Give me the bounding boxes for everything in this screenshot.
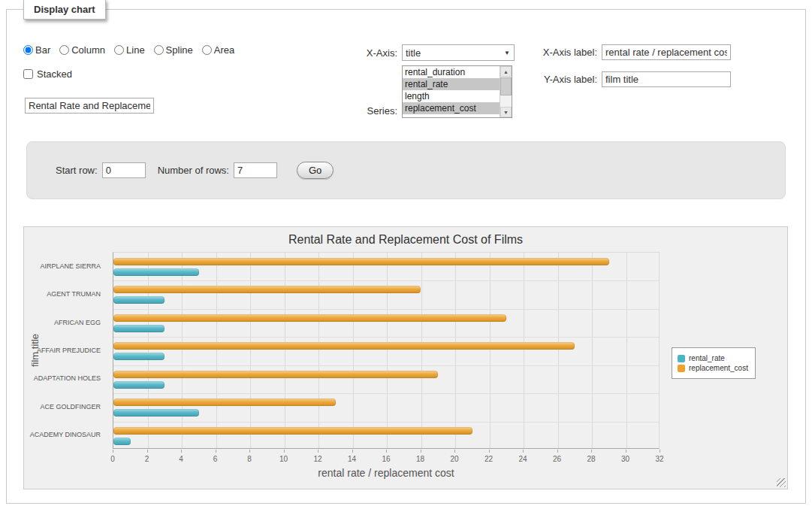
bar-replacement_cost[interactable] bbox=[113, 398, 336, 406]
x-tick-mark bbox=[626, 450, 626, 453]
x-axis-select-row: X-Axis: title ▼ bbox=[360, 44, 515, 61]
legend-label: replacement_cost bbox=[689, 364, 748, 372]
y-gridline bbox=[113, 422, 659, 423]
x-tick-mark bbox=[181, 450, 182, 453]
chart-type-radio-line[interactable] bbox=[114, 45, 124, 55]
chart-type-radio-bar[interactable] bbox=[23, 45, 33, 55]
x-tick-mark bbox=[113, 450, 113, 453]
scroll-down-icon[interactable]: ▼ bbox=[500, 107, 512, 117]
chart-type-option-area[interactable]: Area bbox=[202, 44, 234, 56]
go-button[interactable]: Go bbox=[297, 162, 334, 179]
x-tick-mark bbox=[386, 450, 387, 453]
x-gridline bbox=[387, 253, 388, 448]
bar-replacement_cost[interactable] bbox=[113, 342, 575, 350]
bar-rental_rate[interactable] bbox=[113, 268, 199, 276]
x-tick-label: 28 bbox=[587, 455, 595, 463]
bar-replacement_cost[interactable] bbox=[113, 258, 609, 265]
plot-area bbox=[113, 252, 660, 449]
category-label: AFFAIR PREJUDICE bbox=[37, 347, 101, 354]
y-axis-label-input[interactable] bbox=[602, 71, 731, 87]
category-label: AFRICAN EGG bbox=[54, 319, 101, 326]
x-tick-mark bbox=[489, 450, 490, 453]
bar-rental_rate[interactable] bbox=[113, 409, 199, 417]
x-axis-select[interactable]: title bbox=[402, 44, 515, 61]
x-gridline bbox=[455, 253, 456, 448]
series-scrollbar[interactable]: ▲ ▼ bbox=[500, 66, 512, 117]
bar-rental_rate[interactable] bbox=[113, 353, 165, 360]
chart-title-input[interactable] bbox=[25, 98, 154, 114]
num-rows-input[interactable] bbox=[234, 162, 277, 178]
chart-legend: rental_ratereplacement_cost bbox=[672, 347, 756, 379]
series-option-rental_duration[interactable]: rental_duration bbox=[403, 66, 500, 78]
row-range-panel: Start row: Number of rows: Go bbox=[26, 141, 786, 199]
legend-item-replacement_cost[interactable]: replacement_cost bbox=[678, 364, 748, 372]
x-tick-label: 22 bbox=[484, 455, 493, 463]
x-gridline bbox=[216, 253, 217, 448]
y-axis-label-row: Y-Axis label: bbox=[534, 71, 731, 87]
bar-rental_rate[interactable] bbox=[113, 325, 165, 332]
chart-type-option-spline[interactable]: Spline bbox=[154, 44, 193, 56]
x-gridline bbox=[558, 253, 559, 448]
start-row-input[interactable] bbox=[102, 162, 146, 178]
bar-replacement_cost[interactable] bbox=[113, 427, 472, 435]
legend-swatch-replacement_cost bbox=[678, 365, 685, 372]
scrollbar-thumb[interactable] bbox=[500, 77, 512, 95]
bar-replacement_cost[interactable] bbox=[113, 314, 506, 322]
x-tick-label: 20 bbox=[450, 455, 458, 463]
bar-rental_rate[interactable] bbox=[113, 438, 131, 445]
x-tick-label: 30 bbox=[621, 455, 629, 463]
x-tick-label: 2 bbox=[145, 455, 149, 463]
chart-type-radio-spline[interactable] bbox=[154, 45, 164, 55]
x-axis-label-row: X-Axis label: bbox=[534, 44, 731, 60]
bar-replacement_cost[interactable] bbox=[113, 371, 438, 378]
chart-type-option-bar[interactable]: Bar bbox=[23, 44, 50, 56]
stacked-option[interactable]: Stacked bbox=[23, 68, 72, 80]
x-tick-mark bbox=[216, 450, 216, 453]
y-gridline bbox=[113, 365, 659, 366]
chart-type-option-line[interactable]: Line bbox=[114, 44, 145, 56]
y-axis-title: film title bbox=[29, 334, 41, 367]
x-tick-mark bbox=[147, 450, 148, 453]
category-label: AGENT TRUMAN bbox=[47, 290, 101, 298]
start-row-label: Start row: bbox=[56, 165, 98, 176]
stacked-label: Stacked bbox=[37, 68, 72, 80]
chart-controls: BarColumnLineSplineArea Stacked X-Axis: … bbox=[7, 32, 805, 144]
y-gridline bbox=[113, 309, 659, 310]
chart-type-radio-column[interactable] bbox=[59, 45, 69, 55]
chart-type-radio-area[interactable] bbox=[202, 45, 212, 55]
x-tick-mark bbox=[249, 450, 250, 453]
x-gridline bbox=[285, 253, 285, 448]
x-tick-label: 4 bbox=[179, 455, 183, 463]
x-gridline bbox=[182, 253, 183, 448]
x-tick-mark bbox=[523, 450, 524, 453]
x-gridline bbox=[626, 253, 627, 448]
x-axis-label-input[interactable] bbox=[602, 44, 731, 60]
chart-type-label: Column bbox=[71, 44, 105, 56]
panel-title: Display chart bbox=[23, 0, 106, 20]
series-select-row: Series: rental_durationrental_ratelength… bbox=[360, 65, 512, 118]
bar-rental_rate[interactable] bbox=[113, 381, 165, 389]
y-gridline bbox=[113, 393, 659, 394]
scroll-up-icon[interactable]: ▲ bbox=[500, 66, 512, 77]
y-axis-label-caption: Y-Axis label: bbox=[534, 74, 597, 85]
chart-type-option-column[interactable]: Column bbox=[59, 44, 105, 56]
series-option-length[interactable]: length bbox=[403, 90, 500, 102]
x-gridline bbox=[250, 253, 251, 448]
x-tick-mark bbox=[454, 450, 455, 453]
chart-type-label: Bar bbox=[35, 44, 50, 56]
bar-rental_rate[interactable] bbox=[113, 296, 165, 304]
legend-swatch-rental_rate bbox=[678, 355, 685, 362]
chart-type-label: Spline bbox=[166, 44, 193, 56]
stacked-checkbox[interactable] bbox=[23, 69, 33, 79]
series-listbox[interactable]: rental_durationrental_ratelengthreplacem… bbox=[402, 65, 512, 118]
series-option-replacement_cost[interactable]: replacement_cost bbox=[403, 102, 500, 114]
resize-handle-icon[interactable] bbox=[777, 478, 786, 487]
bar-replacement_cost[interactable] bbox=[113, 286, 421, 293]
display-chart-fieldset: Display chart BarColumnLineSplineArea St… bbox=[6, 9, 806, 504]
legend-item-rental_rate[interactable]: rental_rate bbox=[678, 354, 748, 362]
x-tick-label: 6 bbox=[213, 455, 218, 463]
chart-area: Rental Rate and Replacement Cost of Film… bbox=[23, 226, 788, 489]
chart-type-label: Line bbox=[126, 44, 145, 56]
x-axis-select-label: X-Axis: bbox=[360, 47, 397, 59]
series-option-rental_rate[interactable]: rental_rate bbox=[403, 78, 500, 90]
